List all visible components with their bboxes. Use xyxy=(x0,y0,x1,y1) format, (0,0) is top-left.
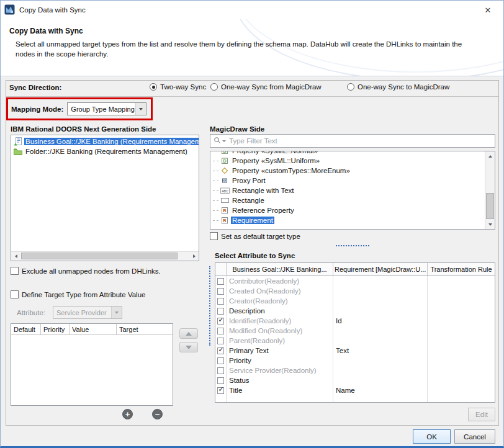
set-default-checkbox[interactable] xyxy=(210,232,218,240)
attr-checkbox[interactable] xyxy=(217,367,224,374)
splitter-handle-vertical[interactable] xyxy=(209,266,210,346)
sync-option[interactable]: One-way Sync to MagicDraw xyxy=(347,83,449,91)
tree-item[interactable]: DProperty «SysML::Uniform» xyxy=(210,156,485,166)
value-target-table-header: DefaultPriorityValueTarget xyxy=(11,324,173,335)
attr-checkbox-cell xyxy=(215,375,227,385)
folder-icon xyxy=(13,147,23,156)
header-description: Select all unmapped target types from th… xyxy=(16,40,478,59)
attr-source-cell: Creator(Readonly) xyxy=(227,296,333,306)
svg-text:R: R xyxy=(223,208,227,213)
scroll-track[interactable] xyxy=(485,161,495,220)
move-down-button[interactable] xyxy=(179,342,198,352)
scroll-thumb[interactable] xyxy=(21,253,178,259)
attr-row[interactable]: Description xyxy=(215,306,495,316)
attr-column-header: Business Goal::/JKE Banking... xyxy=(227,263,333,276)
horizontal-scrollbar[interactable] xyxy=(11,251,199,261)
tree-item[interactable]: Rectangle xyxy=(210,195,485,205)
define-target-type-row[interactable]: Define Target Type from Attribute Value xyxy=(11,290,145,298)
attr-checkbox-cell xyxy=(215,306,227,316)
radio-button-icon xyxy=(150,83,157,91)
scroll-up-icon[interactable] xyxy=(485,151,495,161)
tree-item-label: Proxy Port xyxy=(231,177,267,184)
tree-item-label: Property «customTypes::MoreEnum» xyxy=(231,167,351,174)
scroll-down-icon[interactable] xyxy=(485,220,495,229)
search-icon xyxy=(214,137,221,145)
attr-row[interactable]: Status xyxy=(215,375,495,385)
attr-row[interactable]: Creator(Readonly) xyxy=(215,296,495,306)
right-panel-title: MagicDraw Side xyxy=(210,125,264,133)
define-target-type-label: Define Target Type from Attribute Value xyxy=(22,291,145,298)
mapping-mode-select[interactable]: Group Type Mapping xyxy=(67,102,146,115)
scroll-right-icon[interactable] xyxy=(189,252,199,261)
attr-checkbox[interactable] xyxy=(217,318,224,325)
attr-target-cell: Id xyxy=(333,316,428,326)
type-filter-box[interactable] xyxy=(210,134,495,148)
sync-direction-label: Sync Direction: xyxy=(9,84,61,91)
attr-checkbox[interactable] xyxy=(217,357,224,364)
tree-item[interactable]: Proxy Port xyxy=(210,176,485,186)
cancel-button[interactable]: Cancel xyxy=(454,429,495,444)
attr-checkbox[interactable] xyxy=(217,288,224,295)
attr-rule-cell xyxy=(428,365,495,375)
tree-item[interactable]: ABCRectangle with Text xyxy=(210,186,485,195)
filter-dropdown-icon xyxy=(222,140,226,142)
attr-checkbox[interactable] xyxy=(217,387,224,394)
tree-item[interactable]: Folder::/JKE Banking (Requirements Manag… xyxy=(11,146,199,156)
attr-row[interactable]: Created On(Readonly) xyxy=(215,286,495,296)
left-panel-title: IBM Rational DOORS Next Generation Side xyxy=(11,125,156,133)
column-header: Priority xyxy=(41,324,70,335)
attr-checkbox-cell xyxy=(215,316,227,326)
attr-table-header: Business Goal::/JKE Banking...Requiremen… xyxy=(215,263,495,276)
attr-row[interactable]: Modified On(Readonly) xyxy=(215,326,495,336)
attr-checkbox[interactable] xyxy=(217,377,224,384)
attr-checkbox[interactable] xyxy=(217,347,224,354)
attr-column-header: Requirement [MagicDraw::U... xyxy=(333,263,428,276)
sync-option[interactable]: Two-way Sync xyxy=(150,83,206,91)
tree-item[interactable]: Business Goal::/JKE Banking (Requirement… xyxy=(11,137,199,146)
tree-item[interactable]: RReference Property xyxy=(210,205,485,215)
set-default-label: Set as default target type xyxy=(221,233,300,240)
attr-checkbox[interactable] xyxy=(217,328,224,334)
tree-connector xyxy=(213,210,218,211)
vertical-scrollbar[interactable] xyxy=(485,151,495,229)
attr-row[interactable]: Priority xyxy=(215,356,495,365)
sync-direction-options: Two-way SyncOne-way Sync from MagicDrawO… xyxy=(150,83,497,92)
move-up-button[interactable] xyxy=(179,328,198,339)
attr-row[interactable]: TitleName xyxy=(215,385,495,395)
remove-row-button[interactable]: − xyxy=(152,409,163,419)
ok-button[interactable]: OK xyxy=(413,429,451,444)
attr-checkbox[interactable] xyxy=(217,298,224,305)
splitter-handle-horizontal[interactable] xyxy=(336,245,369,246)
header-title: Copy Data with Sync xyxy=(9,27,503,35)
attr-source-cell: Service Provider(Readonly) xyxy=(227,365,333,375)
sync-option[interactable]: One-way Sync from MagicDraw xyxy=(210,83,322,91)
scroll-thumb[interactable] xyxy=(486,193,494,219)
type-filter-input[interactable] xyxy=(229,137,492,145)
attr-rule-cell xyxy=(428,385,495,395)
define-target-type-checkbox[interactable] xyxy=(11,290,19,298)
attr-checkbox[interactable] xyxy=(217,278,224,285)
attr-checkbox-cell xyxy=(215,346,227,356)
tree-item[interactable]: RRequirement xyxy=(210,215,485,225)
attr-row[interactable]: Parent(Readonly) xyxy=(215,336,495,346)
svg-text:R: R xyxy=(223,218,227,223)
attr-row[interactable]: Primary TextText xyxy=(215,346,495,356)
attr-checkbox[interactable] xyxy=(217,338,224,344)
attr-row[interactable]: Identifier(Readonly)Id xyxy=(215,316,495,326)
attr-source-cell: Parent(Readonly) xyxy=(227,336,333,346)
exclude-unmapped-checkbox[interactable] xyxy=(11,267,19,275)
scroll-left-icon[interactable] xyxy=(11,252,20,261)
attr-target-cell: Name xyxy=(333,385,428,395)
attr-row[interactable]: Service Provider(Readonly) xyxy=(215,365,495,375)
add-row-button[interactable]: + xyxy=(122,409,133,419)
doors-tree: Business Goal::/JKE Banking (Requirement… xyxy=(11,135,199,261)
attr-row[interactable]: Contributor(Readonly) xyxy=(215,276,495,286)
close-icon[interactable]: ✕ xyxy=(476,1,500,19)
tree-item[interactable]: DProperty «SysML::Normal» xyxy=(210,151,485,156)
edit-button[interactable]: Edit xyxy=(468,408,495,421)
scroll-track[interactable] xyxy=(20,252,189,261)
tree-item[interactable]: Property «customTypes::MoreEnum» xyxy=(210,166,485,176)
attr-checkbox[interactable] xyxy=(217,308,224,315)
exclude-unmapped-row[interactable]: Exclude all unmapped nodes from DHLinks. xyxy=(11,267,161,275)
set-default-row[interactable]: Set as default target type xyxy=(210,232,300,240)
